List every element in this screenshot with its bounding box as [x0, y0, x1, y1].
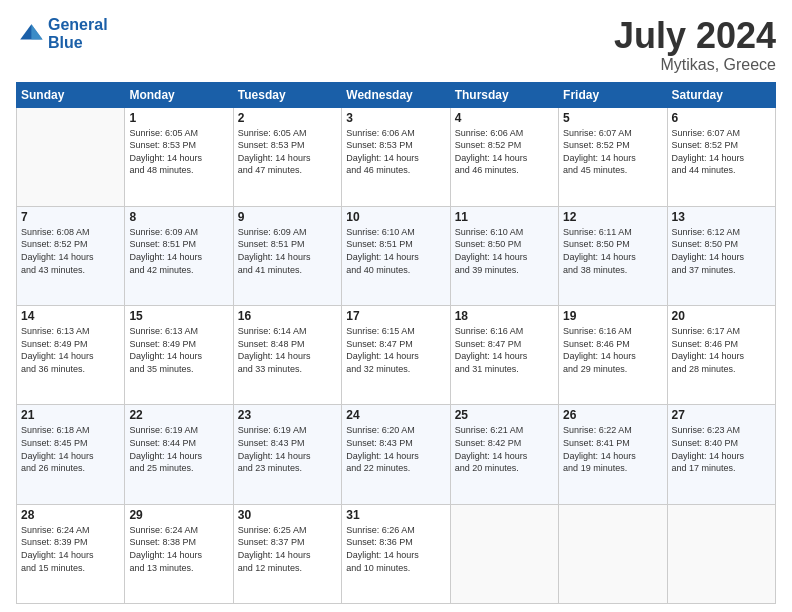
- table-row: 11Sunrise: 6:10 AM Sunset: 8:50 PM Dayli…: [450, 206, 558, 305]
- day-info: Sunrise: 6:05 AM Sunset: 8:53 PM Dayligh…: [238, 127, 337, 177]
- col-sunday: Sunday: [17, 82, 125, 107]
- day-info: Sunrise: 6:24 AM Sunset: 8:38 PM Dayligh…: [129, 524, 228, 574]
- logo: General Blue: [16, 16, 108, 52]
- table-row: 8Sunrise: 6:09 AM Sunset: 8:51 PM Daylig…: [125, 206, 233, 305]
- day-number: 30: [238, 508, 337, 522]
- table-row: 30Sunrise: 6:25 AM Sunset: 8:37 PM Dayli…: [233, 504, 341, 603]
- day-info: Sunrise: 6:07 AM Sunset: 8:52 PM Dayligh…: [563, 127, 662, 177]
- day-info: Sunrise: 6:09 AM Sunset: 8:51 PM Dayligh…: [238, 226, 337, 276]
- table-row: 5Sunrise: 6:07 AM Sunset: 8:52 PM Daylig…: [559, 107, 667, 206]
- day-info: Sunrise: 6:10 AM Sunset: 8:50 PM Dayligh…: [455, 226, 554, 276]
- day-number: 27: [672, 408, 771, 422]
- day-number: 24: [346, 408, 445, 422]
- table-row: 14Sunrise: 6:13 AM Sunset: 8:49 PM Dayli…: [17, 306, 125, 405]
- col-saturday: Saturday: [667, 82, 775, 107]
- day-number: 28: [21, 508, 120, 522]
- day-number: 11: [455, 210, 554, 224]
- day-number: 17: [346, 309, 445, 323]
- table-row: 6Sunrise: 6:07 AM Sunset: 8:52 PM Daylig…: [667, 107, 775, 206]
- day-number: 6: [672, 111, 771, 125]
- table-row: 24Sunrise: 6:20 AM Sunset: 8:43 PM Dayli…: [342, 405, 450, 504]
- day-info: Sunrise: 6:06 AM Sunset: 8:53 PM Dayligh…: [346, 127, 445, 177]
- page: General Blue July 2024 Mytikas, Greece S…: [0, 0, 792, 612]
- table-row: 22Sunrise: 6:19 AM Sunset: 8:44 PM Dayli…: [125, 405, 233, 504]
- day-number: 2: [238, 111, 337, 125]
- day-info: Sunrise: 6:21 AM Sunset: 8:42 PM Dayligh…: [455, 424, 554, 474]
- day-info: Sunrise: 6:23 AM Sunset: 8:40 PM Dayligh…: [672, 424, 771, 474]
- day-info: Sunrise: 6:18 AM Sunset: 8:45 PM Dayligh…: [21, 424, 120, 474]
- table-row: 3Sunrise: 6:06 AM Sunset: 8:53 PM Daylig…: [342, 107, 450, 206]
- table-row: 21Sunrise: 6:18 AM Sunset: 8:45 PM Dayli…: [17, 405, 125, 504]
- day-info: Sunrise: 6:14 AM Sunset: 8:48 PM Dayligh…: [238, 325, 337, 375]
- day-number: 14: [21, 309, 120, 323]
- day-info: Sunrise: 6:05 AM Sunset: 8:53 PM Dayligh…: [129, 127, 228, 177]
- calendar-title: July 2024: [614, 16, 776, 56]
- table-row: 1Sunrise: 6:05 AM Sunset: 8:53 PM Daylig…: [125, 107, 233, 206]
- col-friday: Friday: [559, 82, 667, 107]
- table-row: 29Sunrise: 6:24 AM Sunset: 8:38 PM Dayli…: [125, 504, 233, 603]
- title-block: July 2024 Mytikas, Greece: [614, 16, 776, 74]
- day-info: Sunrise: 6:19 AM Sunset: 8:43 PM Dayligh…: [238, 424, 337, 474]
- day-info: Sunrise: 6:16 AM Sunset: 8:46 PM Dayligh…: [563, 325, 662, 375]
- day-info: Sunrise: 6:17 AM Sunset: 8:46 PM Dayligh…: [672, 325, 771, 375]
- table-row: 17Sunrise: 6:15 AM Sunset: 8:47 PM Dayli…: [342, 306, 450, 405]
- day-number: 13: [672, 210, 771, 224]
- col-thursday: Thursday: [450, 82, 558, 107]
- day-info: Sunrise: 6:08 AM Sunset: 8:52 PM Dayligh…: [21, 226, 120, 276]
- day-info: Sunrise: 6:13 AM Sunset: 8:49 PM Dayligh…: [129, 325, 228, 375]
- day-number: 18: [455, 309, 554, 323]
- table-row: 28Sunrise: 6:24 AM Sunset: 8:39 PM Dayli…: [17, 504, 125, 603]
- svg-marker-1: [31, 24, 42, 39]
- table-row: [667, 504, 775, 603]
- day-info: Sunrise: 6:06 AM Sunset: 8:52 PM Dayligh…: [455, 127, 554, 177]
- day-number: 29: [129, 508, 228, 522]
- day-number: 31: [346, 508, 445, 522]
- table-row: 12Sunrise: 6:11 AM Sunset: 8:50 PM Dayli…: [559, 206, 667, 305]
- calendar-week-row: 7Sunrise: 6:08 AM Sunset: 8:52 PM Daylig…: [17, 206, 776, 305]
- table-row: 10Sunrise: 6:10 AM Sunset: 8:51 PM Dayli…: [342, 206, 450, 305]
- day-number: 21: [21, 408, 120, 422]
- day-info: Sunrise: 6:16 AM Sunset: 8:47 PM Dayligh…: [455, 325, 554, 375]
- col-monday: Monday: [125, 82, 233, 107]
- col-wednesday: Wednesday: [342, 82, 450, 107]
- day-number: 3: [346, 111, 445, 125]
- calendar-week-row: 14Sunrise: 6:13 AM Sunset: 8:49 PM Dayli…: [17, 306, 776, 405]
- logo-text: General Blue: [48, 16, 108, 52]
- table-row: 23Sunrise: 6:19 AM Sunset: 8:43 PM Dayli…: [233, 405, 341, 504]
- calendar-week-row: 1Sunrise: 6:05 AM Sunset: 8:53 PM Daylig…: [17, 107, 776, 206]
- calendar-header-row: Sunday Monday Tuesday Wednesday Thursday…: [17, 82, 776, 107]
- day-number: 1: [129, 111, 228, 125]
- table-row: 16Sunrise: 6:14 AM Sunset: 8:48 PM Dayli…: [233, 306, 341, 405]
- day-number: 20: [672, 309, 771, 323]
- day-info: Sunrise: 6:24 AM Sunset: 8:39 PM Dayligh…: [21, 524, 120, 574]
- day-info: Sunrise: 6:13 AM Sunset: 8:49 PM Dayligh…: [21, 325, 120, 375]
- table-row: 31Sunrise: 6:26 AM Sunset: 8:36 PM Dayli…: [342, 504, 450, 603]
- day-number: 7: [21, 210, 120, 224]
- day-number: 10: [346, 210, 445, 224]
- calendar-week-row: 28Sunrise: 6:24 AM Sunset: 8:39 PM Dayli…: [17, 504, 776, 603]
- day-number: 26: [563, 408, 662, 422]
- table-row: 9Sunrise: 6:09 AM Sunset: 8:51 PM Daylig…: [233, 206, 341, 305]
- table-row: 25Sunrise: 6:21 AM Sunset: 8:42 PM Dayli…: [450, 405, 558, 504]
- table-row: 13Sunrise: 6:12 AM Sunset: 8:50 PM Dayli…: [667, 206, 775, 305]
- day-info: Sunrise: 6:20 AM Sunset: 8:43 PM Dayligh…: [346, 424, 445, 474]
- day-number: 4: [455, 111, 554, 125]
- day-info: Sunrise: 6:19 AM Sunset: 8:44 PM Dayligh…: [129, 424, 228, 474]
- day-info: Sunrise: 6:26 AM Sunset: 8:36 PM Dayligh…: [346, 524, 445, 574]
- table-row: 2Sunrise: 6:05 AM Sunset: 8:53 PM Daylig…: [233, 107, 341, 206]
- day-number: 9: [238, 210, 337, 224]
- day-number: 5: [563, 111, 662, 125]
- header: General Blue July 2024 Mytikas, Greece: [16, 16, 776, 74]
- calendar-table: Sunday Monday Tuesday Wednesday Thursday…: [16, 82, 776, 604]
- table-row: 15Sunrise: 6:13 AM Sunset: 8:49 PM Dayli…: [125, 306, 233, 405]
- day-number: 12: [563, 210, 662, 224]
- table-row: [559, 504, 667, 603]
- day-info: Sunrise: 6:09 AM Sunset: 8:51 PM Dayligh…: [129, 226, 228, 276]
- day-info: Sunrise: 6:12 AM Sunset: 8:50 PM Dayligh…: [672, 226, 771, 276]
- day-number: 19: [563, 309, 662, 323]
- day-number: 22: [129, 408, 228, 422]
- day-info: Sunrise: 6:15 AM Sunset: 8:47 PM Dayligh…: [346, 325, 445, 375]
- day-number: 8: [129, 210, 228, 224]
- table-row: [450, 504, 558, 603]
- day-info: Sunrise: 6:11 AM Sunset: 8:50 PM Dayligh…: [563, 226, 662, 276]
